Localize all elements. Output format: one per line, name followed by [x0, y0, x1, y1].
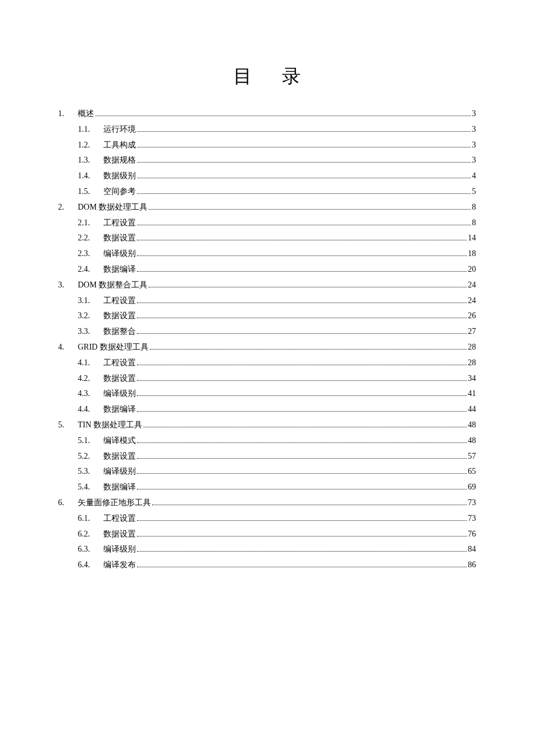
table-of-contents: 1.概述31.1.运行环境31.2.工具构成31.3.数据规格31.4.数据级别… — [58, 107, 476, 572]
toc-entry-label: 编译模式 — [103, 434, 136, 448]
toc-entry-number: 5. — [58, 418, 78, 432]
toc-subsection[interactable]: 3.1.工程设置24 — [58, 294, 476, 308]
toc-subsection[interactable]: 1.5.空间参考5 — [58, 185, 476, 199]
toc-leader-dots — [149, 280, 467, 287]
toc-entry-number: 2.1. — [78, 216, 103, 230]
toc-leader-dots — [137, 483, 467, 490]
toc-subsection[interactable]: 6.4.编译发布86 — [58, 558, 476, 572]
document-page: 目 录 1.概述31.1.运行环境31.2.工具构成31.3.数据规格31.4.… — [0, 0, 534, 572]
toc-section[interactable]: 3.DOM 数据整合工具24 — [58, 278, 476, 292]
toc-entry-page: 3 — [472, 138, 476, 152]
toc-subsection[interactable]: 1.4.数据级别4 — [58, 169, 476, 183]
toc-entry-number: 5.3. — [78, 465, 103, 478]
toc-entry-label: 数据设置 — [103, 309, 136, 323]
toc-entry-label: GRID 数据处理工具 — [78, 340, 149, 354]
toc-entry-page: 28 — [468, 340, 476, 354]
toc-entry-number: 4.1. — [78, 356, 103, 370]
toc-entry-page: 73 — [468, 512, 476, 525]
toc-section[interactable]: 5.TIN 数据处理工具48 — [58, 418, 476, 432]
toc-entry-page: 84 — [468, 542, 476, 556]
toc-subsection[interactable]: 1.2.工具构成3 — [58, 138, 476, 152]
toc-subsection[interactable]: 6.1.工程设置73 — [58, 512, 476, 525]
toc-subsection[interactable]: 5.4.数据编译69 — [58, 480, 476, 494]
toc-entry-label: 编译级别 — [103, 387, 136, 401]
toc-entry-label: 数据设置 — [103, 527, 136, 541]
toc-section[interactable]: 1.概述3 — [58, 107, 476, 121]
toc-entry-page: 27 — [468, 325, 476, 339]
toc-section[interactable]: 2.DOM 数据处理工具8 — [58, 200, 476, 214]
toc-leader-dots — [137, 124, 471, 132]
toc-leader-dots — [137, 513, 467, 521]
toc-entry-page: 20 — [468, 262, 476, 276]
toc-leader-dots — [143, 420, 467, 427]
toc-subsection[interactable]: 4.2.数据设置34 — [58, 372, 476, 386]
toc-entry-label: 数据设置 — [103, 449, 136, 463]
toc-subsection[interactable]: 2.3.编译级别18 — [58, 247, 476, 261]
toc-entry-page: 34 — [468, 372, 476, 386]
toc-entry-label: 数据设置 — [103, 372, 136, 386]
toc-entry-label: 数据编译 — [103, 480, 136, 494]
toc-entry-page: 8 — [472, 216, 476, 230]
toc-leader-dots — [95, 109, 471, 116]
toc-subsection[interactable]: 4.3.编译级别41 — [58, 387, 476, 401]
toc-entry-label: 数据设置 — [103, 231, 136, 245]
toc-leader-dots — [149, 202, 471, 210]
toc-entry-page: 24 — [468, 294, 476, 308]
toc-entry-number: 4. — [58, 340, 78, 354]
toc-entry-label: 数据级别 — [103, 169, 136, 183]
toc-subsection[interactable]: 2.2.数据设置14 — [58, 231, 476, 245]
toc-subsection[interactable]: 6.3.编译级别84 — [58, 542, 476, 556]
toc-subsection[interactable]: 5.1.编译模式48 — [58, 434, 476, 448]
toc-entry-label: DOM 数据处理工具 — [78, 200, 147, 214]
toc-entry-number: 6.3. — [78, 542, 103, 556]
toc-leader-dots — [137, 233, 467, 241]
toc-leader-dots — [137, 358, 467, 365]
toc-entry-number: 2. — [58, 200, 78, 214]
toc-leader-dots — [137, 218, 471, 225]
toc-section[interactable]: 6.矢量面修正地形工具73 — [58, 496, 476, 510]
toc-leader-dots — [137, 435, 467, 443]
toc-leader-dots — [137, 156, 471, 163]
toc-entry-page: 76 — [468, 527, 476, 541]
toc-subsection[interactable]: 1.3.数据规格3 — [58, 153, 476, 167]
toc-subsection[interactable]: 3.3.数据整合27 — [58, 325, 476, 339]
toc-subsection[interactable]: 5.2.数据设置57 — [58, 449, 476, 463]
toc-entry-label: 数据编译 — [103, 402, 136, 416]
toc-entry-label: 工具构成 — [103, 138, 136, 152]
toc-leader-dots — [137, 451, 467, 459]
toc-entry-number: 3. — [58, 278, 78, 292]
toc-subsection[interactable]: 3.2.数据设置26 — [58, 309, 476, 323]
toc-subsection[interactable]: 4.4.数据编译44 — [58, 402, 476, 416]
toc-entry-number: 5.4. — [78, 480, 103, 494]
toc-entry-page: 48 — [468, 418, 476, 432]
toc-leader-dots — [137, 296, 467, 303]
toc-entry-page: 48 — [468, 434, 476, 448]
toc-entry-number: 6.2. — [78, 527, 103, 541]
toc-subsection[interactable]: 4.1.工程设置28 — [58, 356, 476, 370]
toc-entry-number: 3.1. — [78, 294, 103, 308]
toc-entry-page: 14 — [468, 231, 476, 245]
toc-entry-number: 2.2. — [78, 231, 103, 245]
toc-leader-dots — [137, 560, 467, 568]
toc-entry-number: 2.3. — [78, 247, 103, 261]
toc-entry-number: 1. — [58, 107, 78, 121]
toc-entry-page: 3 — [472, 123, 476, 136]
toc-subsection[interactable]: 2.1.工程设置8 — [58, 216, 476, 230]
toc-subsection[interactable]: 2.4.数据编译20 — [58, 262, 476, 276]
toc-subsection[interactable]: 6.2.数据设置76 — [58, 527, 476, 541]
toc-entry-label: 空间参考 — [103, 185, 136, 199]
toc-leader-dots — [137, 327, 467, 334]
toc-subsection[interactable]: 5.3.编译级别65 — [58, 465, 476, 478]
toc-leader-dots — [150, 342, 467, 350]
toc-subsection[interactable]: 1.1.运行环境3 — [58, 123, 476, 136]
toc-entry-number: 1.1. — [78, 123, 103, 136]
toc-entry-page: 44 — [468, 402, 476, 416]
toc-section[interactable]: 4.GRID 数据处理工具28 — [58, 340, 476, 354]
toc-entry-label: 运行环境 — [103, 123, 136, 136]
toc-entry-number: 5.1. — [78, 434, 103, 448]
toc-entry-label: 编译级别 — [103, 247, 136, 261]
toc-entry-page: 41 — [468, 387, 476, 401]
toc-entry-number: 5.2. — [78, 449, 103, 463]
toc-entry-page: 18 — [468, 247, 476, 261]
toc-entry-page: 28 — [468, 356, 476, 370]
